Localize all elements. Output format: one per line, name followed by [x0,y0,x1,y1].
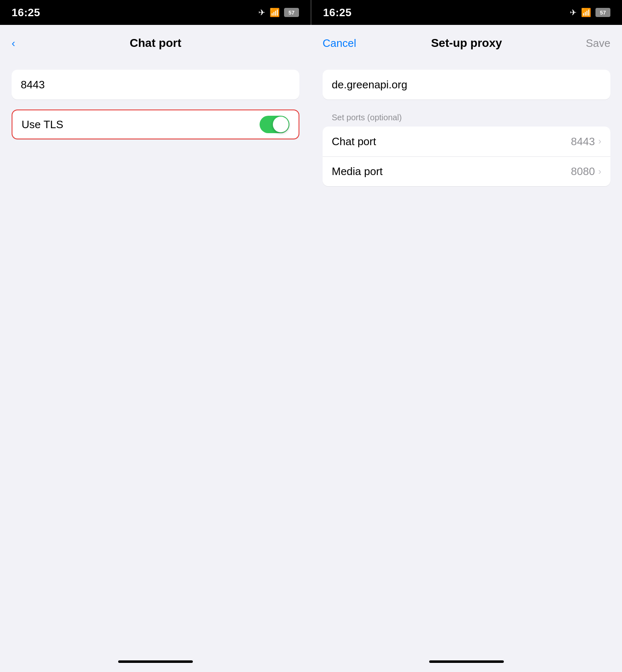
server-input[interactable] [332,78,601,91]
media-port-item[interactable]: Media port 8080 › [323,156,610,186]
bottom-bar-left [0,651,311,672]
wifi-icon-right: 📶 [581,7,591,17]
back-button[interactable]: ‹ [12,37,15,50]
status-bar-right: 16:25 ✈ 📶 57 [311,0,622,25]
media-port-chevron-icon: › [598,166,601,177]
media-port-label: Media port [332,165,571,178]
chat-port-panel: ‹ Chat port Use TLS [0,25,311,672]
chat-port-chevron-icon: › [598,136,601,147]
status-icons-left: ✈ 📶 57 [258,7,299,17]
tls-toggle[interactable] [260,116,289,133]
battery-left: 57 [284,8,299,17]
airplane-icon-right: ✈ [570,7,577,17]
server-input-field[interactable] [323,70,610,100]
wifi-icon-left: 📶 [270,7,280,17]
nav-bar-left: ‹ Chat port [0,25,311,61]
port-input-field[interactable] [12,70,299,100]
right-section-content: Set ports (optional) Chat port 8443 › Me… [311,61,622,195]
chat-port-value: 8443 [571,135,595,148]
ports-section-label: Set ports (optional) [323,113,610,122]
save-button[interactable]: Save [586,37,610,50]
panels-wrapper: ‹ Chat port Use TLS [0,25,622,672]
nav-title-area-left: Chat port [130,37,181,50]
setup-proxy-title: Set-up proxy [431,37,502,49]
nav-bar-right: Cancel Set-up proxy Save [311,25,622,61]
chat-port-item[interactable]: Chat port 8443 › [323,127,610,156]
left-section-content: Use TLS [0,61,311,148]
status-icons-right: ✈ 📶 57 [570,7,610,17]
airplane-icon-left: ✈ [258,7,265,17]
nav-title-area-right: Set-up proxy [431,37,502,50]
battery-right: 57 [595,8,610,17]
status-bar-left: 16:25 ✈ 📶 57 [0,0,311,25]
chat-port-label: Chat port [332,135,571,148]
media-port-value: 8080 [571,165,595,178]
cancel-button[interactable]: Cancel [323,37,356,50]
home-indicator-left [118,660,193,663]
toggle-thumb [273,117,289,132]
setup-proxy-panel: Cancel Set-up proxy Save Set ports (opti… [311,25,622,672]
chevron-left-icon: ‹ [12,37,15,50]
time-right: 16:25 [323,6,352,19]
use-tls-label: Use TLS [22,118,260,131]
status-bar: 16:25 ✈ 📶 57 16:25 ✈ 📶 57 [0,0,622,25]
bottom-bar-right [311,651,622,672]
use-tls-row: Use TLS [12,110,299,139]
home-indicator-right [429,660,504,663]
time-left: 16:25 [12,6,40,19]
chat-port-title: Chat port [130,37,181,49]
ports-list: Chat port 8443 › Media port 8080 › [323,127,610,186]
port-input[interactable] [21,78,290,91]
